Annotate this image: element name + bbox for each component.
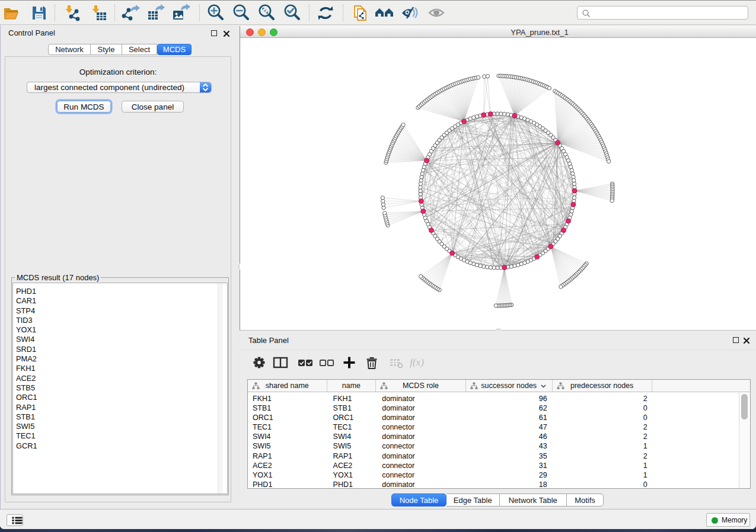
table-row[interactable]: ORC1ORC1dominator610 bbox=[248, 413, 750, 422]
network-node-leaf[interactable] bbox=[419, 274, 423, 278]
add-row-icon[interactable] bbox=[340, 354, 358, 371]
table-row[interactable]: SWI5SWI5connector431 bbox=[248, 441, 750, 451]
network-node[interactable] bbox=[419, 185, 422, 189]
zoom-in-icon[interactable] bbox=[206, 3, 226, 23]
table-row[interactable]: PHD1PHD1dominator180 bbox=[248, 480, 750, 489]
network-node[interactable] bbox=[572, 182, 576, 185]
select-all-icon[interactable] bbox=[296, 354, 314, 371]
network-node-mcds[interactable] bbox=[512, 113, 517, 118]
network-node-mcds[interactable] bbox=[571, 202, 576, 207]
delete-row-icon[interactable] bbox=[363, 354, 381, 371]
network-node-mcds[interactable] bbox=[556, 140, 560, 145]
show-all-icon[interactable] bbox=[427, 3, 447, 23]
function-builder-icon[interactable]: f(x) bbox=[408, 354, 426, 371]
splitter-handle-vertical[interactable] bbox=[237, 264, 240, 270]
network-canvas[interactable] bbox=[240, 38, 756, 330]
network-node-mcds[interactable] bbox=[419, 199, 423, 204]
network-node-leaf[interactable] bbox=[401, 123, 405, 127]
mcds-result-item[interactable]: RAP1 bbox=[13, 403, 227, 412]
show-columns-icon[interactable] bbox=[272, 354, 289, 371]
column-header-successor-nodes[interactable]: successor nodes bbox=[466, 380, 553, 392]
network-node-mcds[interactable] bbox=[450, 251, 455, 255]
column-header-shared-name[interactable]: shared name bbox=[248, 380, 327, 392]
close-window-icon[interactable] bbox=[246, 28, 254, 36]
criterion-select[interactable]: largest connected component (undirected) bbox=[27, 82, 212, 93]
maximize-window-icon[interactable] bbox=[270, 28, 277, 36]
tab-network[interactable]: Network bbox=[48, 44, 91, 55]
tab-network-table[interactable]: Network Table bbox=[500, 493, 567, 507]
network-node-mcds[interactable] bbox=[462, 119, 467, 124]
network-node-leaf[interactable] bbox=[610, 198, 614, 202]
network-node[interactable] bbox=[513, 264, 516, 268]
network-node[interactable] bbox=[489, 265, 492, 269]
tab-mcds[interactable]: MCDS bbox=[157, 44, 192, 55]
search-input[interactable] bbox=[593, 7, 746, 19]
table-row[interactable]: YOX1YOX1connector291 bbox=[248, 470, 750, 480]
column-header-MCDS-role[interactable]: MCDS role bbox=[376, 380, 466, 392]
mcds-result-item[interactable]: STB1 bbox=[13, 412, 227, 422]
network-node-leaf[interactable] bbox=[486, 75, 489, 78]
network-node[interactable] bbox=[419, 189, 422, 193]
network-node-leaf[interactable] bbox=[607, 159, 610, 163]
mcds-result-item[interactable]: SRD1 bbox=[13, 345, 227, 354]
network-node[interactable] bbox=[482, 265, 486, 268]
export-image-icon[interactable] bbox=[171, 3, 191, 23]
table-row[interactable]: SWI4SWI4dominator462 bbox=[248, 432, 750, 441]
network-node[interactable] bbox=[572, 175, 575, 179]
network-node-mcds[interactable] bbox=[429, 228, 433, 233]
network-node-leaf[interactable] bbox=[547, 86, 551, 90]
zoom-selected-icon[interactable] bbox=[282, 3, 302, 23]
mcds-result-list[interactable]: PHD1CAR1STP4TID3YOX1SWI4SRD1PMA2FKH1ACE2… bbox=[12, 283, 228, 494]
mcds-result-item[interactable]: FKH1 bbox=[13, 364, 227, 373]
network-node[interactable] bbox=[492, 266, 496, 270]
tab-edge-table[interactable]: Edge Table bbox=[446, 493, 500, 507]
network-node-mcds[interactable] bbox=[502, 265, 507, 270]
table-row[interactable]: FKH1FKH1dominator962 bbox=[248, 394, 750, 403]
network-node-mcds[interactable] bbox=[535, 255, 540, 259]
network-node[interactable] bbox=[516, 263, 519, 267]
mcds-result-item[interactable]: SWI5 bbox=[13, 422, 227, 431]
close-panel-icon[interactable] bbox=[223, 30, 230, 37]
zoom-out-icon[interactable] bbox=[231, 3, 251, 23]
network-node-mcds[interactable] bbox=[562, 228, 566, 233]
network-node[interactable] bbox=[499, 112, 503, 116]
mcds-result-item[interactable]: STB5 bbox=[13, 383, 227, 393]
close-table-panel-icon[interactable] bbox=[743, 337, 750, 344]
mcds-result-item[interactable]: PMA2 bbox=[13, 354, 227, 364]
task-history-button[interactable] bbox=[7, 514, 23, 526]
new-network-from-selection-icon[interactable] bbox=[350, 3, 370, 23]
float-panel-icon[interactable] bbox=[211, 30, 217, 36]
tab-motifs[interactable]: Motifs bbox=[567, 493, 604, 507]
open-session-icon[interactable] bbox=[1, 3, 21, 23]
tab-select[interactable]: Select bbox=[122, 44, 157, 55]
network-node-mcds[interactable] bbox=[488, 112, 493, 117]
table-row[interactable]: ACE2ACE2connector311 bbox=[248, 461, 750, 470]
delete-table-icon[interactable] bbox=[387, 354, 405, 371]
zoom-fit-icon[interactable] bbox=[257, 3, 277, 23]
export-table-icon[interactable] bbox=[145, 3, 165, 23]
network-node[interactable] bbox=[419, 182, 422, 185]
minimize-window-icon[interactable] bbox=[258, 28, 266, 36]
column-header-predecessor-nodes[interactable]: predecessor nodes bbox=[553, 380, 652, 392]
network-node-mcds[interactable] bbox=[572, 188, 577, 193]
table-row[interactable]: RAP1RAP1dominator352 bbox=[248, 451, 750, 461]
network-node[interactable] bbox=[509, 265, 513, 268]
memory-button[interactable]: Memory bbox=[706, 513, 750, 527]
tab-style[interactable]: Style bbox=[91, 44, 122, 55]
mcds-result-item[interactable]: YOX1 bbox=[13, 325, 227, 335]
import-table-icon[interactable] bbox=[89, 3, 109, 23]
first-neighbors-icon[interactable] bbox=[374, 3, 394, 23]
network-node-mcds[interactable] bbox=[548, 244, 553, 249]
mcds-result-item[interactable]: TID3 bbox=[13, 316, 227, 325]
hide-selected-icon[interactable] bbox=[400, 3, 420, 23]
mcds-result-item[interactable]: TEC1 bbox=[13, 431, 227, 441]
network-node[interactable] bbox=[572, 178, 576, 182]
network-node[interactable] bbox=[496, 112, 499, 116]
network-node-leaf[interactable] bbox=[559, 285, 563, 289]
network-node-mcds[interactable] bbox=[481, 113, 486, 117]
network-node-leaf[interactable] bbox=[381, 196, 384, 200]
save-session-icon[interactable] bbox=[29, 3, 49, 23]
network-node[interactable] bbox=[503, 112, 506, 116]
network-node[interactable] bbox=[506, 113, 509, 116]
mcds-result-scrollbar[interactable] bbox=[218, 283, 223, 493]
